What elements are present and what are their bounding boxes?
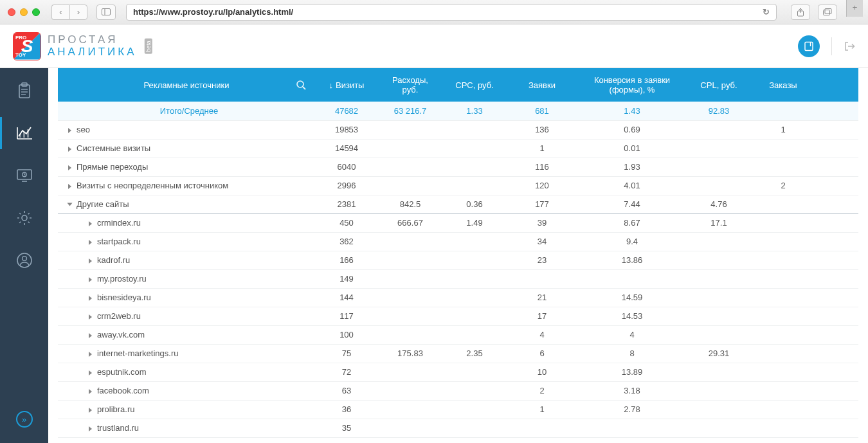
table-row[interactable]: crmindex.ru450666.671.49398.6717.1: [58, 213, 858, 232]
guide-button[interactable]: [798, 35, 820, 57]
table-row[interactable]: prolibra.ru3612.78: [58, 400, 858, 419]
table-row[interactable]: Визиты с неопределенным источником299612…: [58, 176, 858, 195]
cell-requests: 2: [507, 381, 577, 400]
table-row[interactable]: bisnesideya.ru1442114.59: [58, 288, 858, 307]
table-row[interactable]: Системные визиты1459410.01: [58, 139, 858, 158]
table-row[interactable]: trustland.ru35: [58, 419, 858, 437]
cell-expenses: 842.5: [378, 195, 442, 213]
table-row[interactable]: Другие сайты2381842.50.361777.444.76: [58, 195, 858, 213]
cell-requests: 1: [507, 400, 577, 419]
search-icon[interactable]: [296, 80, 306, 90]
col-conversion[interactable]: Конверсия в заявки (формы), %: [577, 68, 687, 102]
cell-expenses: [378, 307, 442, 325]
expand-caret-icon[interactable]: [68, 203, 73, 206]
col-cpc[interactable]: CPC, руб.: [442, 68, 507, 102]
expand-caret-icon[interactable]: [89, 426, 92, 431]
cell-visits: 100: [315, 325, 378, 344]
cell-cpc: [442, 363, 507, 381]
row-name[interactable]: crm2web.ru: [58, 307, 315, 325]
close-window-icon[interactable]: [8, 8, 15, 16]
table-row[interactable]: esputnik.com721013.89: [58, 363, 858, 381]
expand-caret-icon[interactable]: [68, 147, 71, 152]
expand-caret-icon[interactable]: [89, 296, 92, 301]
row-name[interactable]: facebook.com: [58, 381, 315, 400]
sidebar-item-monitor[interactable]: [14, 165, 35, 186]
expand-caret-icon[interactable]: [89, 277, 92, 282]
expand-caret-icon[interactable]: [89, 352, 92, 357]
row-name[interactable]: internet-marketings.ru: [58, 344, 315, 363]
cell-orders: [751, 344, 815, 363]
row-name[interactable]: bisnesideya.ru: [58, 288, 315, 307]
cell-conversion: [577, 419, 687, 437]
table-row[interactable]: facebook.com6323.18: [58, 381, 858, 400]
sidebar-toggle-button[interactable]: [96, 5, 116, 20]
expand-caret-icon[interactable]: [89, 221, 92, 226]
col-sources[interactable]: Рекламные источники: [58, 68, 315, 102]
row-name[interactable]: esputnik.com: [58, 363, 315, 381]
row-name[interactable]: trustland.ru: [58, 419, 315, 437]
share-button[interactable]: [791, 5, 810, 20]
beta-badge: beta: [144, 39, 152, 54]
cell-cpl: [687, 232, 751, 251]
cell-cpc: [442, 139, 507, 158]
expand-caret-icon[interactable]: [89, 408, 92, 413]
totals-requests: 681: [507, 102, 577, 120]
cell-visits: 149: [315, 269, 378, 288]
row-name[interactable]: my.prostoy.ru: [58, 269, 315, 288]
row-name[interactable]: away.vk.com: [58, 325, 315, 344]
sidebar-item-settings[interactable]: [14, 207, 35, 229]
new-tab-button[interactable]: +: [846, 0, 863, 17]
totals-visits: 47682: [315, 102, 378, 120]
expand-caret-icon[interactable]: [68, 128, 71, 133]
minimize-window-icon[interactable]: [20, 8, 28, 16]
expand-caret-icon[interactable]: [89, 258, 92, 264]
row-name[interactable]: kadrof.ru: [58, 251, 315, 269]
cell-visits: 6040: [315, 158, 378, 176]
row-name[interactable]: startpack.ru: [58, 232, 315, 251]
table-row[interactable]: my.prostoy.ru149: [58, 269, 858, 288]
sidebar-item-profile[interactable]: [14, 249, 35, 271]
table-row[interactable]: internet-marketings.ru75175.832.356829.3…: [58, 344, 858, 363]
cell-visits: 2381: [315, 195, 378, 213]
table-row[interactable]: away.vk.com10044: [58, 325, 858, 344]
expand-caret-icon[interactable]: [89, 370, 92, 375]
cell-requests: 120: [507, 176, 577, 195]
logo[interactable]: PROSTOY ПРОСТАЯ АНАЛИТИКА beta: [13, 32, 156, 60]
forward-button[interactable]: ›: [69, 5, 87, 20]
row-name[interactable]: crmindex.ru: [58, 213, 315, 232]
col-expenses[interactable]: Расходы, руб.: [378, 68, 442, 102]
cell-requests: 21: [507, 288, 577, 307]
expand-caret-icon[interactable]: [89, 333, 92, 338]
table-row[interactable]: startpack.ru362349.4: [58, 232, 858, 251]
col-orders[interactable]: Заказы: [751, 68, 815, 102]
table-row[interactable]: kadrof.ru1662313.86: [58, 251, 858, 269]
table-row[interactable]: Прямые переходы60401161.93: [58, 158, 858, 176]
sidebar-expand-button[interactable]: »: [16, 411, 33, 428]
table-row[interactable]: crm2web.ru1171714.53: [58, 307, 858, 325]
row-name[interactable]: Визиты с неопределенным источником: [58, 176, 315, 195]
expand-caret-icon[interactable]: [68, 184, 71, 189]
sidebar-item-reports[interactable]: [14, 80, 35, 102]
expand-caret-icon[interactable]: [68, 165, 71, 170]
address-bar[interactable]: https://www.prostoy.ru/lp/analytics.html…: [126, 4, 777, 21]
row-name[interactable]: seo: [58, 120, 315, 139]
expand-caret-icon[interactable]: [89, 240, 92, 245]
logout-button[interactable]: [844, 41, 855, 52]
expand-caret-icon[interactable]: [89, 314, 92, 320]
expand-caret-icon[interactable]: [89, 389, 92, 394]
back-button[interactable]: ‹: [51, 5, 69, 20]
table-row[interactable]: seo198531360.691: [58, 120, 858, 139]
analytics-table: Рекламные источники ↓Визиты Расходы, руб…: [58, 68, 858, 438]
col-visits[interactable]: ↓Визиты: [315, 68, 378, 102]
row-name[interactable]: Прямые переходы: [58, 158, 315, 176]
sidebar-item-analytics[interactable]: [14, 122, 35, 144]
cell-cpc: [442, 307, 507, 325]
col-requests[interactable]: Заявки: [507, 68, 577, 102]
maximize-window-icon[interactable]: [32, 8, 40, 16]
row-name[interactable]: prolibra.ru: [58, 400, 315, 419]
col-cpl[interactable]: CPL, руб.: [687, 68, 751, 102]
row-name[interactable]: Системные визиты: [58, 139, 315, 158]
tabs-button[interactable]: [818, 5, 837, 20]
reload-icon[interactable]: ↻: [763, 7, 770, 17]
row-name[interactable]: Другие сайты: [58, 195, 315, 213]
